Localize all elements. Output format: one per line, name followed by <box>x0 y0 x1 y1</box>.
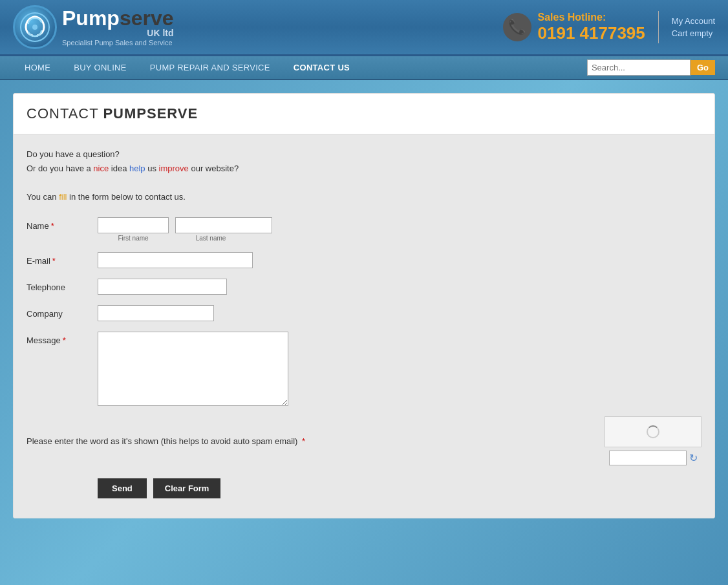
message-label: Message* <box>27 332 91 345</box>
logo-area: Pumpserve UK ltd Specialist Pump Sales a… <box>13 5 174 49</box>
name-row: Name* First name Last name <box>27 217 701 242</box>
logo-text: Pumpserve UK ltd Specialist Pump Sales a… <box>62 8 174 47</box>
intro-line1: Do you have a question? <box>27 147 701 162</box>
logo-brand: Pumpserve UK ltd <box>62 8 174 37</box>
account-area: My Account Cart empty <box>672 16 715 38</box>
nav-home[interactable]: HOME <box>13 56 62 79</box>
message-row: Message* <box>27 332 701 406</box>
nav-bar: HOME BUY ONLINE PUMP REPAIR AND SERVICE … <box>0 56 728 80</box>
captcha-row: Please enter the word as it's shown (thi… <box>27 416 701 465</box>
intro-line2: Or do you have a nice idea help us impro… <box>27 162 701 176</box>
intro-line3: You can fill in the form below to contac… <box>27 190 701 204</box>
captcha-box: ↻ <box>605 416 701 465</box>
name-sublabels: First name Last name <box>98 235 272 242</box>
company-label: Company <box>27 305 91 319</box>
header: Pumpserve UK ltd Specialist Pump Sales a… <box>0 0 728 56</box>
cart-status: Cart empty <box>672 28 713 38</box>
lastname-label: Last name <box>175 235 246 242</box>
email-label: E-mail* <box>27 252 91 266</box>
logo-tagline: Specialist Pump Sales and Service <box>62 39 174 47</box>
form-section: Do you have a question? Or do you have a… <box>14 134 714 518</box>
telephone-label: Telephone <box>27 279 91 292</box>
hotline-text: Sales Hotline: 0191 4177395 <box>538 12 645 43</box>
clear-button[interactable]: Clear Form <box>153 478 221 498</box>
firstname-input[interactable] <box>98 217 169 233</box>
content-wrapper: CONTACT PUMPSERVE Do you have a question… <box>0 80 728 531</box>
search-button[interactable]: Go <box>691 60 715 75</box>
header-right: 📞 Sales Hotline: 0191 4177395 My Account… <box>503 11 716 43</box>
content-box: CONTACT PUMPSERVE Do you have a question… <box>13 93 715 518</box>
captcha-image <box>605 416 701 447</box>
hotline-number: 0191 4177395 <box>538 23 645 43</box>
nav-buy-online[interactable]: BUY ONLINE <box>62 56 138 79</box>
telephone-input[interactable] <box>98 279 227 295</box>
header-divider <box>658 11 659 43</box>
company-row: Company <box>27 305 701 321</box>
nav-contact-us[interactable]: CONTACT US <box>282 56 361 79</box>
svg-point-1 <box>32 25 37 30</box>
captcha-refresh-icon[interactable]: ↻ <box>689 452 698 464</box>
nav-pump-repair[interactable]: PUMP REPAIR AND SERVICE <box>138 56 282 79</box>
company-input[interactable] <box>98 305 214 321</box>
page-title: CONTACT PUMPSERVE <box>27 105 701 122</box>
buttons-row: Send Clear Form <box>27 478 701 498</box>
captcha-spinner <box>647 425 659 438</box>
sales-hotline: 📞 Sales Hotline: 0191 4177395 <box>503 12 645 43</box>
search-input[interactable] <box>587 59 691 76</box>
name-fields: First name Last name <box>98 217 272 242</box>
name-label: Name* <box>27 217 91 231</box>
page-title-bar: CONTACT PUMPSERVE <box>14 94 714 134</box>
name-inputs <box>98 217 272 233</box>
send-button[interactable]: Send <box>98 478 147 498</box>
hotline-label: Sales Hotline: <box>538 12 645 23</box>
telephone-row: Telephone <box>27 279 701 295</box>
captcha-input[interactable] <box>609 451 687 465</box>
lastname-input[interactable] <box>175 217 272 233</box>
my-account-link[interactable]: My Account <box>672 16 715 26</box>
captcha-label: Please enter the word as it's shown (thi… <box>27 436 598 446</box>
email-row: E-mail* <box>27 252 701 268</box>
captcha-input-row: ↻ <box>609 451 698 465</box>
firstname-label: First name <box>98 235 169 242</box>
email-input[interactable] <box>98 252 253 268</box>
nav-search: Go <box>587 59 715 76</box>
phone-icon: 📞 <box>503 13 531 41</box>
logo-icon <box>13 5 57 49</box>
intro-text: Do you have a question? Or do you have a… <box>27 147 701 204</box>
message-input[interactable] <box>98 332 288 406</box>
